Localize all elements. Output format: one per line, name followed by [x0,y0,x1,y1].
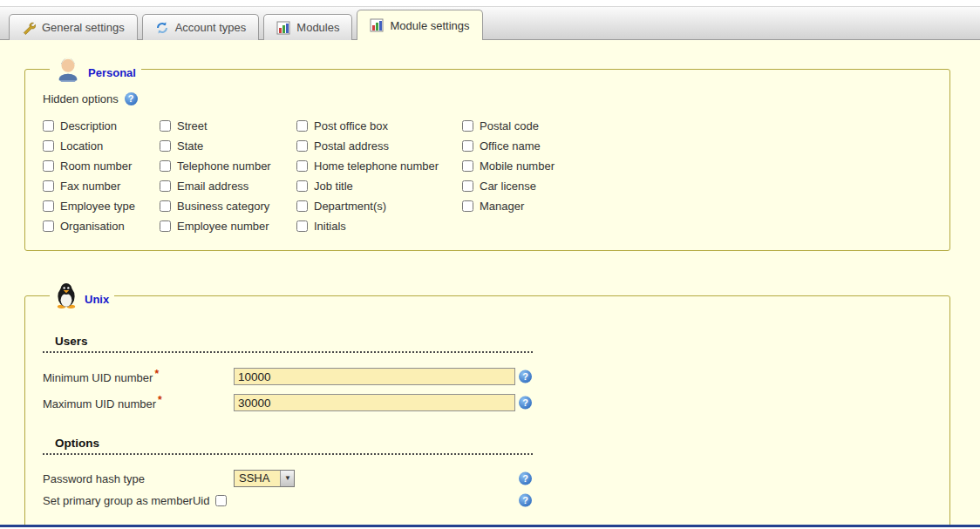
hidden-option-label: Office name [480,139,541,153]
hidden-option-checkbox[interactable] [160,140,171,152]
help-icon[interactable]: ? [519,370,532,383]
hidden-option-label: Postal code [480,119,539,132]
hidden-option-checkbox[interactable] [160,120,171,132]
hidden-option[interactable]: State [160,139,296,153]
modules-icon [276,21,290,35]
hidden-option-label: Home telephone number [314,159,439,173]
help-icon[interactable]: ? [519,397,532,410]
hidden-option-label: Location [60,139,103,153]
tab-modules[interactable]: Modules [263,14,352,40]
hidden-option-checkbox[interactable] [462,200,473,212]
hidden-option[interactable]: Department(s) [296,200,462,213]
hidden-option-checkbox[interactable] [43,200,54,212]
tab-account-types[interactable]: Account types [142,14,260,40]
hidden-option-checkbox[interactable] [296,200,308,212]
unix-legend-label: Unix [85,293,109,309]
hidden-option-checkbox[interactable] [296,180,308,192]
unix-fieldset: Unix Users Minimum UID number* ? Maximum… [24,282,950,525]
chevron-down-icon: ▼ [280,471,294,486]
hidden-option-checkbox[interactable] [296,120,308,132]
hidden-option[interactable]: Home telephone number [296,159,462,173]
hidden-option-label: Car license [480,180,536,193]
module-settings-icon [370,18,384,32]
max-uid-input[interactable] [234,394,515,411]
hidden-option-checkbox[interactable] [43,140,54,152]
hidden-option-checkbox[interactable] [462,160,473,172]
hidden-option[interactable]: Description [43,119,160,132]
hidden-option[interactable]: Fax number [43,180,160,193]
help-icon[interactable]: ? [519,472,532,485]
hidden-option-checkbox[interactable] [160,160,171,172]
hidden-option-label: Mobile number [480,159,555,173]
min-uid-row: Minimum UID number* ? [43,367,932,386]
hidden-option-checkbox[interactable] [160,200,171,212]
hidden-option-label: Employee type [60,200,135,213]
tab-general-settings[interactable]: General settings [9,14,138,40]
help-icon[interactable]: ? [519,494,532,507]
hidden-option-checkbox[interactable] [43,220,54,232]
hidden-option-label: Organisation [60,220,125,233]
hidden-options-column-1: Description Location Room number Fax num… [43,119,160,233]
tux-icon [55,282,78,309]
hidden-option[interactable]: Location [43,139,160,153]
hidden-option-checkbox[interactable] [296,160,308,172]
tab-module-settings[interactable]: Module settings [357,10,482,40]
help-icon[interactable]: ? [125,92,138,105]
hidden-option[interactable]: Post office box [296,119,462,132]
hidden-option[interactable]: Office name [462,139,555,153]
hidden-option[interactable]: Postal code [462,119,555,132]
hidden-option[interactable]: Manager [462,200,555,213]
options-section-header: Options [43,437,533,455]
hidden-option-label: Department(s) [314,200,386,213]
hidden-option-label: Room number [60,159,132,173]
password-hash-row: Password hash type SSHA ▼ ? [43,469,932,488]
hidden-option[interactable]: Employee type [43,200,160,213]
max-uid-label: Maximum UID number* [43,394,234,410]
hidden-option-label: Email address [177,180,248,193]
footer-divider [0,525,980,527]
member-uid-checkbox[interactable] [215,495,227,506]
hidden-option-checkbox[interactable] [462,140,473,152]
hidden-option-checkbox[interactable] [43,180,54,192]
hidden-option-checkbox[interactable] [43,120,54,132]
hidden-option-checkbox[interactable] [462,120,473,132]
min-uid-label: Minimum UID number* [43,368,234,384]
hidden-option-label: Street [177,119,208,132]
password-hash-select[interactable]: SSHA ▼ [234,470,295,487]
hidden-option-label: Postal address [314,139,389,153]
hidden-option[interactable]: Organisation [43,220,160,233]
required-marker: * [158,394,162,406]
users-section-header: Users [43,335,533,353]
member-uid-row: Set primary group as memberUid ? [43,492,932,509]
hidden-option-checkbox[interactable] [462,180,473,192]
hidden-option-checkbox[interactable] [43,160,54,172]
hidden-option-checkbox[interactable] [296,220,308,232]
hidden-option-checkbox[interactable] [160,180,171,192]
hidden-option[interactable]: Street [160,119,296,132]
account-types-icon [155,21,169,35]
hidden-options-column-2: Street State Telephone number Email addr… [160,119,296,233]
password-hash-value: SSHA [235,471,280,486]
tab-label: Account types [175,21,247,34]
hidden-option-label: Employee number [177,220,269,233]
hidden-option[interactable]: Postal address [296,139,462,153]
hidden-option[interactable]: Email address [160,180,296,193]
hidden-option[interactable]: Car license [462,180,555,193]
hidden-option[interactable]: Telephone number [160,159,296,173]
hidden-option[interactable]: Mobile number [462,159,555,173]
hidden-options-column-4: Postal code Office name Mobile number Ca… [462,119,555,233]
required-marker: * [154,368,159,380]
min-uid-input[interactable] [234,368,515,385]
hidden-option[interactable]: Room number [43,159,160,173]
hidden-option-label: Initials [314,220,346,233]
hidden-option-label: Post office box [314,119,388,132]
hidden-option-checkbox[interactable] [296,140,308,152]
hidden-option-checkbox[interactable] [160,220,171,232]
hidden-options-grid: Description Location Room number Fax num… [43,119,932,233]
wrench-icon [22,21,36,35]
hidden-option[interactable]: Employee number [160,220,296,233]
hidden-option[interactable]: Business category [160,200,296,213]
hidden-option[interactable]: Job title [296,180,462,193]
hidden-option[interactable]: Initials [296,220,462,233]
tab-bar: General settings Account types Modules [0,6,980,40]
